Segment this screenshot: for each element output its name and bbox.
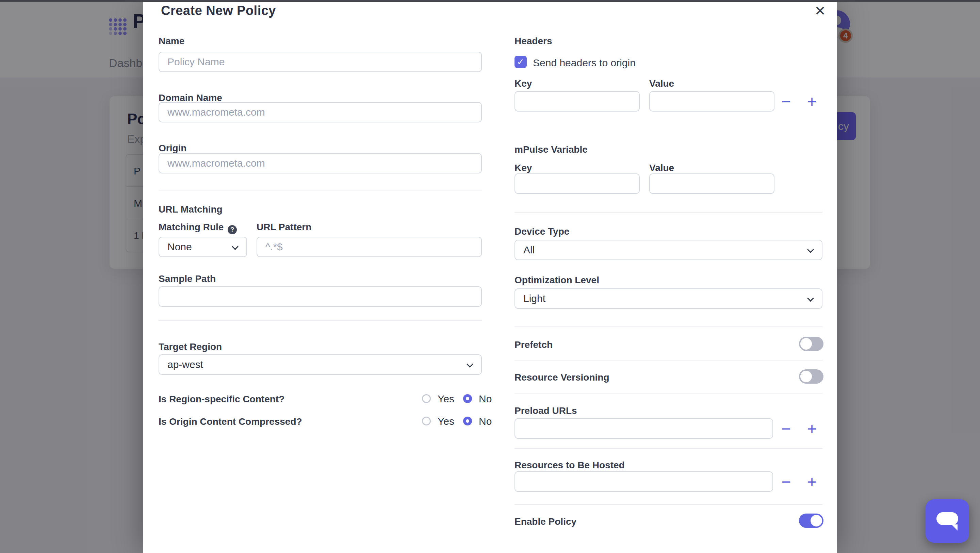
preload-urls-label: Preload URLs: [514, 405, 577, 416]
chevron-down-icon: [466, 361, 473, 368]
preload-url-input[interactable]: [514, 418, 773, 439]
mpulse-key-label: Key: [514, 162, 532, 173]
add-resource-button[interactable]: +: [802, 472, 821, 491]
optimization-level-select[interactable]: Light: [514, 288, 822, 309]
create-policy-modal: Create New Policy ✕ Name Domain Name Ori…: [143, 2, 837, 553]
region-specific-question: Is Region-specific Content? Yes No: [159, 393, 482, 407]
chevron-down-icon: [807, 246, 814, 253]
mpulse-section-label: mPulse Variable: [514, 144, 588, 155]
header-value-input[interactable]: [649, 91, 775, 111]
mpulse-value-label: Value: [649, 162, 674, 173]
divider: [159, 320, 482, 321]
radio-yes-label[interactable]: Yes: [438, 393, 454, 405]
divider: [159, 190, 482, 191]
resource-versioning-toggle[interactable]: [799, 369, 824, 384]
question-label: Is Origin Content Compressed?: [159, 416, 302, 427]
origin-compressed-question: Is Origin Content Compressed? Yes No: [159, 416, 482, 429]
matching-rule-label: Matching Rule?: [159, 222, 237, 234]
chevron-down-icon: [807, 295, 814, 302]
header-value-label: Value: [649, 78, 674, 89]
radio-no[interactable]: [463, 394, 472, 403]
mpulse-value-input[interactable]: [649, 173, 775, 194]
divider: [514, 212, 822, 213]
device-type-select[interactable]: All: [514, 240, 822, 260]
question-label: Is Region-specific Content?: [159, 394, 285, 405]
target-region-select[interactable]: ap-west: [159, 354, 482, 375]
sample-path-label: Sample Path: [159, 273, 216, 284]
send-headers-label: Send headers to origin: [533, 57, 636, 69]
window-top-edge: [0, 0, 980, 2]
origin-label: Origin: [159, 143, 186, 154]
chat-bubble-icon: [937, 512, 958, 525]
divider: [514, 448, 822, 449]
prefetch-toggle[interactable]: [799, 337, 824, 351]
resource-hosted-input[interactable]: [514, 471, 773, 492]
matching-rule-select[interactable]: None: [159, 237, 247, 257]
url-matching-section-label: URL Matching: [159, 204, 223, 215]
divider: [514, 504, 822, 505]
mpulse-key-input[interactable]: [514, 173, 640, 194]
header-key-input[interactable]: [514, 91, 640, 111]
divider: [514, 326, 822, 327]
resource-versioning-label: Resource Versioning: [514, 372, 609, 383]
remove-header-button[interactable]: −: [776, 92, 795, 111]
close-icon[interactable]: ✕: [811, 2, 830, 21]
url-pattern-label: URL Pattern: [256, 222, 311, 233]
divider: [514, 393, 822, 394]
add-preload-url-button[interactable]: +: [802, 419, 821, 438]
prefetch-label: Prefetch: [514, 339, 553, 350]
chevron-down-icon: [232, 243, 239, 250]
radio-yes[interactable]: [422, 416, 431, 426]
send-headers-checkbox[interactable]: ✓: [514, 56, 527, 68]
origin-input[interactable]: [159, 153, 482, 173]
enable-policy-label: Enable Policy: [514, 516, 576, 527]
radio-yes-label[interactable]: Yes: [438, 416, 454, 427]
radio-no[interactable]: [463, 416, 472, 426]
modal-title: Create New Policy: [161, 3, 276, 18]
optimization-level-label: Optimization Level: [514, 275, 599, 286]
device-type-label: Device Type: [514, 226, 569, 237]
domain-name-input[interactable]: [159, 102, 482, 122]
radio-yes[interactable]: [422, 394, 431, 403]
header-key-label: Key: [514, 78, 532, 89]
target-region-label: Target Region: [159, 342, 222, 352]
sample-path-input[interactable]: [159, 286, 482, 307]
help-icon[interactable]: ?: [228, 225, 237, 234]
resources-hosted-label: Resources to Be Hosted: [514, 460, 625, 471]
name-label: Name: [159, 36, 185, 47]
divider: [514, 360, 822, 361]
url-pattern-input[interactable]: [256, 237, 482, 257]
radio-no-label[interactable]: No: [479, 416, 492, 427]
policy-name-input[interactable]: [159, 52, 482, 72]
headers-section-label: Headers: [514, 36, 552, 47]
radio-no-label[interactable]: No: [479, 393, 492, 405]
remove-preload-url-button[interactable]: −: [776, 419, 795, 438]
enable-policy-toggle[interactable]: [799, 513, 824, 528]
add-header-button[interactable]: +: [802, 92, 821, 111]
remove-resource-button[interactable]: −: [776, 472, 795, 491]
chat-launcher-button[interactable]: [926, 499, 969, 543]
